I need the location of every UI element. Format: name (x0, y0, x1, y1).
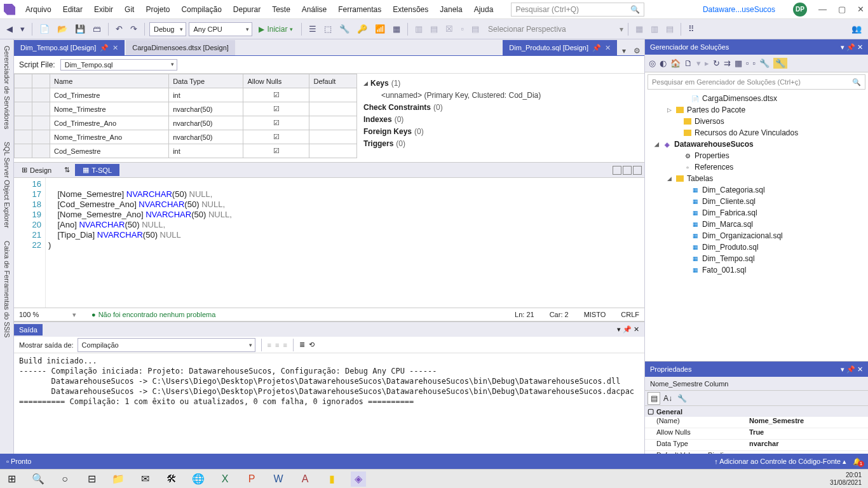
design-tab[interactable]: ⊞ Design (14, 164, 59, 176)
prop-row[interactable]: (Name)Nome_Semestre (645, 417, 868, 428)
menu-teste[interactable]: Teste (267, 3, 295, 17)
tree-node[interactable]: ▦Dim_Marca.sql (645, 219, 868, 230)
pin-icon[interactable]: 📌 (846, 365, 855, 373)
side-tab[interactable]: Gerenciador de Servidores (2, 42, 12, 133)
explorer-icon[interactable]: 📁 (111, 471, 126, 487)
cortana-icon[interactable]: ○ (57, 471, 72, 487)
tb-icon[interactable]: ⠿ (686, 23, 697, 35)
system-clock[interactable]: 20:0131/08/2021 (830, 471, 864, 487)
live-share-icon[interactable]: 👥 (849, 23, 864, 35)
notifications-icon[interactable]: 🔔 (853, 458, 862, 466)
scc-button[interactable]: ↑ Adicionar ao Controle do Código-Fonte … (714, 458, 846, 466)
tree-node[interactable]: Recursos do Azure Vinculados (645, 127, 868, 139)
close-icon[interactable]: ✕ (634, 325, 639, 333)
tsql-tab[interactable]: ▦ T-SQL (75, 164, 119, 176)
saveall-icon[interactable]: 🗃 (90, 23, 104, 35)
menu-depurar[interactable]: Depurar (228, 3, 266, 17)
tb-icon[interactable]: ≡ (283, 341, 287, 349)
gear-icon[interactable]: ⚙ (630, 46, 644, 55)
tree-node[interactable]: ▦Dim_Cliente.sql (645, 196, 868, 207)
nav-fwd-icon[interactable]: ▾ (18, 23, 27, 35)
tb-icon[interactable]: ☰ (306, 23, 319, 35)
tree-node[interactable]: ▦Dim_Organizacional.sql (645, 230, 868, 241)
tb-icon[interactable]: 🔑 (355, 23, 370, 35)
split-icon[interactable] (613, 166, 621, 175)
menu-ferramentas[interactable]: Ferramentas (333, 3, 386, 17)
menu-exibir[interactable]: Exibir (89, 3, 118, 17)
search-input[interactable]: Pesquisar (Ctrl+Q)🔍 (511, 3, 644, 17)
tree-node[interactable]: 📄CargaDimensoes.dtsx (645, 93, 868, 104)
save-icon[interactable]: 💾 (72, 23, 88, 35)
mail-icon[interactable]: ✉ (137, 471, 153, 487)
config-combo[interactable]: Debug (149, 22, 186, 36)
tb-icon[interactable]: ▸ (705, 58, 709, 68)
start-button[interactable]: ▶Iniciar▾ (255, 25, 297, 34)
tree-node[interactable]: ◢◈DatawarehouseSucos (645, 139, 868, 150)
tb-icon[interactable]: ◎ (649, 58, 656, 68)
code-editor[interactable]: [Nome_Semestre] NVARCHAR(50) NULL, [Cod_… (46, 178, 644, 308)
tab-overflow-icon[interactable]: ▾ (618, 46, 630, 55)
perspective-label[interactable]: Selecionar Perspectiva (488, 25, 566, 34)
zoom-level[interactable]: 100 % (19, 311, 57, 318)
wrench-icon[interactable]: 🔧 (675, 392, 688, 405)
nav-back-icon[interactable]: ◀ (4, 23, 15, 35)
open-icon[interactable]: 📂 (55, 23, 70, 35)
tree-node[interactable]: ▦Dim_Fabrica.sql (645, 207, 868, 219)
tree-node[interactable]: ▦Dim_Categoria.sql (645, 184, 868, 196)
redo-icon[interactable]: ↷ (128, 23, 140, 35)
tree-node[interactable]: ▫References (645, 161, 868, 173)
tb-icon[interactable]: ⇉ (724, 58, 731, 68)
tb-icon[interactable]: ▫ (746, 58, 749, 68)
minimize-icon[interactable]: — (818, 4, 827, 14)
tb-icon[interactable]: ≡ (268, 341, 271, 349)
split-icon[interactable] (623, 166, 632, 175)
tb-icon[interactable]: ▥ (412, 23, 425, 35)
maximize-icon[interactable]: ▢ (838, 4, 846, 14)
prop-row[interactable]: Data Typenvarchar (645, 440, 868, 451)
menu-projeto[interactable]: Projeto (140, 3, 175, 17)
menu-janela[interactable]: Janela (435, 3, 467, 17)
tree-node[interactable]: ▷Partes do Pacote (645, 104, 868, 116)
tb-icon[interactable]: 🔧 (337, 23, 352, 35)
tree-node[interactable]: Diversos (645, 116, 868, 127)
tb-icon[interactable]: ≡ (275, 341, 279, 349)
pin-icon[interactable]: 📌 (100, 44, 109, 52)
menu-extensões[interactable]: Extensões (388, 3, 433, 17)
doc-tab[interactable]: CargaDimensoes.dtsx [Design] (126, 40, 235, 55)
swap-icon[interactable]: ⇅ (59, 166, 75, 174)
edge-icon[interactable]: 🌐 (191, 471, 206, 487)
menu-git[interactable]: Git (119, 3, 139, 17)
categorized-icon[interactable]: ▤ (648, 392, 660, 405)
tb-icon[interactable]: 🗋 (684, 58, 693, 68)
tb-icon[interactable]: ▫ (753, 58, 756, 68)
close-icon[interactable]: ✕ (857, 365, 863, 373)
script-file-combo[interactable]: Dim_Tempo.sql (60, 59, 177, 71)
wrench-icon[interactable]: 🔧 (759, 58, 770, 68)
vs-taskbar-icon[interactable]: ◈ (351, 471, 366, 487)
powerbi-icon[interactable]: ▮ (324, 471, 339, 487)
project-name[interactable]: Dataware...useSucos (696, 3, 782, 17)
properties-subject[interactable]: Nome_Semestre Column (645, 377, 868, 391)
close-tab-icon[interactable]: ✕ (112, 44, 118, 52)
platform-combo[interactable]: Any CPU (189, 22, 252, 36)
dropdown-icon[interactable]: ▾ (841, 43, 844, 51)
tb-icon[interactable]: ▦ (633, 23, 646, 35)
pin-icon[interactable]: 📌 (846, 43, 855, 51)
tree-node[interactable]: ▦Dim_Tempo.sql (645, 253, 868, 264)
tb-icon[interactable]: ◐ (660, 58, 667, 68)
columns-grid[interactable]: NameData TypeAllow NullsDefaultCod_Trime… (14, 74, 357, 162)
dropdown-icon[interactable]: ▾ (841, 365, 844, 373)
tb-icon[interactable]: ▦ (735, 58, 742, 68)
tb-icon[interactable]: ▤ (663, 23, 676, 35)
new-icon[interactable]: 📄 (37, 23, 52, 35)
pin-icon[interactable]: 📌 (592, 44, 601, 52)
powerpoint-icon[interactable]: P (244, 471, 259, 487)
tb-icon[interactable]: ▫ (458, 23, 466, 35)
tb-icon[interactable]: ⟲ (309, 341, 315, 349)
tree-node[interactable]: ▦Dim_Produto.sql (645, 241, 868, 253)
tb-icon[interactable]: ▤ (428, 23, 440, 35)
tb-icon[interactable]: ⬚ (322, 23, 334, 35)
close-tab-icon[interactable]: ✕ (605, 44, 611, 52)
tb-icon[interactable]: ▤ (469, 23, 482, 35)
prop-row[interactable]: Allow NullsTrue (645, 428, 868, 440)
